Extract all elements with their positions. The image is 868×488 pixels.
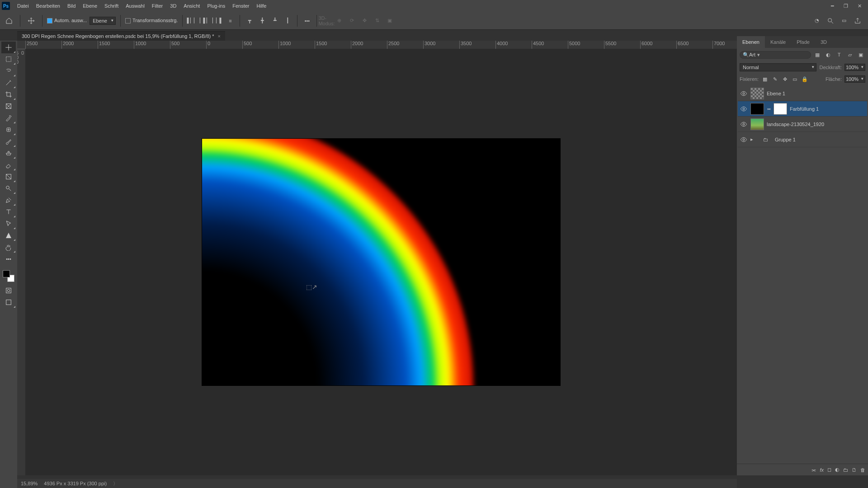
horizontal-ruler[interactable]: 2500200015001000500050010001500200025003… [25, 41, 737, 49]
lock-all-icon[interactable]: 🔒 [801, 76, 808, 82]
document-tab[interactable]: 300 DPI Regen Schnee Regenbogen erstelle… [17, 31, 225, 41]
layer-style-icon[interactable]: fx [820, 467, 824, 473]
zoom-level[interactable]: 15,89% [21, 481, 38, 486]
distribute-v-icon[interactable]: ┃ [283, 16, 292, 26]
new-layer-icon[interactable]: 🗋 [852, 467, 857, 473]
menu-ansicht[interactable]: Ansicht [180, 0, 203, 12]
lock-pixels-icon[interactable]: ✎ [771, 76, 778, 82]
lock-artboard-icon[interactable]: ▭ [791, 76, 798, 82]
info-menu-icon[interactable]: 〉 [113, 480, 118, 487]
layer-row[interactable]: landscape-2130524_1920 [738, 117, 867, 132]
layer-row[interactable]: ⫘Farbfüllung 1 [738, 101, 867, 117]
filter-type-icon[interactable]: T [835, 52, 844, 57]
filter-shape-icon[interactable]: ▱ [845, 52, 854, 58]
eraser-tool[interactable] [1, 159, 16, 171]
filter-adjust-icon[interactable]: ◐ [824, 52, 833, 58]
layer-name[interactable]: Ebene 1 [767, 91, 865, 96]
menu-schrift[interactable]: Schrift [101, 0, 122, 12]
align-center-h-icon[interactable]: ▏▌▏ [200, 16, 210, 26]
share-icon[interactable] [853, 16, 863, 26]
menu-datei[interactable]: Datei [14, 0, 33, 12]
lock-position-icon[interactable]: ✥ [781, 76, 788, 82]
blend-mode-select[interactable]: Normal [740, 63, 816, 71]
menu-plug-ins[interactable]: Plug-ins [203, 0, 229, 12]
pen-tool[interactable] [1, 194, 16, 206]
menu-bearbeiten[interactable]: Bearbeiten [33, 0, 64, 12]
align-left-icon[interactable]: ▌▏▏ [187, 16, 197, 26]
layer-thumbnail[interactable] [750, 118, 764, 130]
layer-thumbnail[interactable] [750, 88, 764, 99]
cloud-docs-icon[interactable]: ◔ [812, 16, 822, 26]
layer-group-icon[interactable]: 🗀 [843, 467, 848, 473]
layer-row[interactable]: Ebene 1 [738, 86, 867, 101]
move-tool[interactable] [1, 42, 16, 53]
vertical-ruler[interactable]: 050010001500200025003000 [17, 49, 25, 475]
layer-filter-kind[interactable]: 🔍 Art ▾ [740, 51, 811, 59]
frame-tool[interactable] [1, 100, 16, 112]
mask-link-icon[interactable]: ⫘ [767, 107, 771, 111]
expand-group-icon[interactable]: ▸ [750, 136, 756, 142]
menu-bild[interactable]: Bild [64, 0, 79, 12]
edit-toolbar-icon[interactable]: ••• [1, 253, 16, 265]
layer-mask-icon[interactable]: ◻ [827, 467, 831, 473]
screen-mode-icon[interactable] [1, 296, 16, 308]
align-bottom-icon[interactable]: ┻ [270, 16, 280, 26]
distribute-h-icon[interactable]: ≡ [225, 16, 235, 26]
dodge-tool[interactable] [1, 183, 16, 194]
tab-layers[interactable]: Ebenen [737, 36, 765, 48]
workspace-icon[interactable]: ▭ [839, 16, 849, 26]
auto-select-checkbox[interactable]: Autom. ausw... [47, 18, 87, 23]
marquee-tool[interactable] [1, 53, 16, 65]
ruler-origin[interactable] [17, 41, 25, 49]
maximize-button[interactable]: ❐ [839, 1, 853, 10]
close-button[interactable]: ✕ [853, 1, 866, 10]
align-top-icon[interactable]: ┳ [245, 16, 255, 26]
transform-controls-checkbox[interactable]: Transformationsstrg. [125, 18, 178, 23]
menu-auswahl[interactable]: Auswahl [122, 0, 148, 12]
visibility-toggle-icon[interactable] [740, 90, 748, 97]
layer-name[interactable]: landscape-2130524_1920 [767, 122, 865, 127]
opacity-input[interactable]: 100% [844, 64, 865, 71]
align-right-icon[interactable]: ▏▏▌ [212, 16, 222, 26]
path-select-tool[interactable] [1, 218, 16, 230]
layer-name[interactable]: Gruppe 1 [775, 137, 865, 142]
link-layers-icon[interactable]: ⫘ [811, 467, 816, 473]
menu-3d[interactable]: 3D [166, 0, 180, 12]
canvas-viewport[interactable]: ⬚↗ [25, 49, 737, 475]
delete-layer-icon[interactable]: 🗑 [860, 467, 865, 473]
tab-paths[interactable]: Pfade [791, 36, 815, 48]
minimize-button[interactable]: ━ [826, 1, 839, 10]
type-tool[interactable] [1, 206, 16, 218]
layer-name[interactable]: Farbfüllung 1 [790, 106, 865, 112]
layer-row[interactable]: ▸🗀Gruppe 1 [738, 132, 867, 147]
more-align-icon[interactable]: ••• [302, 16, 312, 26]
menu-filter[interactable]: Filter [148, 0, 166, 12]
crop-tool[interactable] [1, 89, 16, 100]
filter-smart-icon[interactable]: ▣ [856, 52, 865, 58]
lasso-tool[interactable] [1, 65, 16, 77]
fill-input[interactable]: 100% [844, 75, 865, 83]
auto-select-target[interactable]: Ebene [90, 17, 116, 25]
healing-brush-tool[interactable] [1, 124, 16, 136]
visibility-toggle-icon[interactable] [740, 105, 748, 113]
tab-channels[interactable]: Kanäle [765, 36, 791, 48]
visibility-toggle-icon[interactable] [740, 121, 748, 128]
gradient-tool[interactable] [1, 171, 16, 183]
home-icon[interactable] [3, 14, 15, 27]
align-center-v-icon[interactable]: ╋ [257, 16, 267, 26]
hand-tool[interactable] [1, 241, 16, 253]
adjustment-layer-icon[interactable]: ◐ [835, 467, 840, 473]
lock-transparency-icon[interactable]: ▩ [761, 76, 769, 82]
document-canvas[interactable]: ⬚↗ [202, 139, 560, 385]
shape-tool[interactable] [1, 230, 16, 241]
color-swatches[interactable] [3, 270, 14, 282]
menu-ebene[interactable]: Ebene [79, 0, 101, 12]
quick-mask-icon[interactable] [1, 285, 16, 296]
tab-3d[interactable]: 3D [815, 36, 832, 48]
menu-fenster[interactable]: Fenster [229, 0, 253, 12]
filter-pixel-icon[interactable]: ▦ [813, 52, 822, 58]
document-info[interactable]: 4936 Px x 3319 Px (300 ppi) [44, 481, 107, 486]
brush-tool[interactable] [1, 136, 16, 147]
layer-thumbnail[interactable] [750, 103, 764, 115]
search-icon[interactable] [826, 16, 835, 26]
